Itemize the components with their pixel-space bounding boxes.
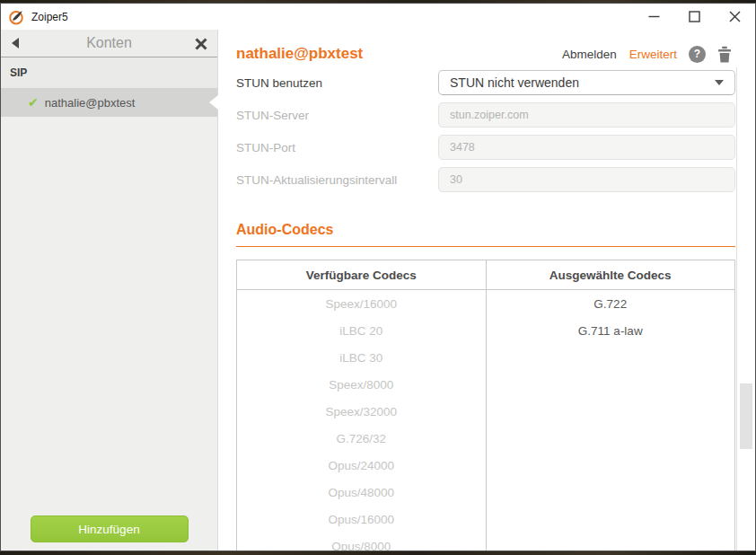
checkmark-icon: ✔ bbox=[28, 96, 39, 109]
sidebar-body bbox=[1, 117, 217, 551]
sidebar: Konten SIP ✔ nathalie@pbxtest Hinzufügen bbox=[1, 30, 218, 551]
audio-codecs-heading: Audio-Codecs bbox=[236, 221, 735, 239]
sidebar-header: Konten bbox=[1, 30, 217, 57]
stun-interval-input: 30 bbox=[438, 167, 735, 192]
codec-item[interactable]: Speex/32000 bbox=[237, 398, 486, 425]
codec-item[interactable]: Opus/24000 bbox=[237, 452, 486, 479]
page-title: nathalie@pbxtest bbox=[236, 45, 549, 63]
maximize-button[interactable] bbox=[674, 4, 715, 30]
codec-item[interactable]: G.711 a-law bbox=[487, 317, 735, 344]
available-codecs-header: Verfügbare Codecs bbox=[237, 260, 487, 289]
stun-server-input: stun.zoiper.com bbox=[438, 102, 735, 128]
codec-item[interactable]: G.722 bbox=[487, 290, 735, 317]
minimize-button[interactable] bbox=[634, 4, 674, 30]
zoiper-logo-icon bbox=[8, 9, 24, 25]
trash-icon bbox=[717, 46, 732, 63]
section-underline bbox=[236, 246, 735, 247]
help-button[interactable]: ? bbox=[689, 46, 706, 63]
audio-codecs-section: Audio-Codecs Verfügbare Codecs Ausgewähl… bbox=[236, 221, 735, 551]
minimize-icon bbox=[648, 11, 660, 22]
account-label: nathalie@pbxtest bbox=[45, 96, 136, 110]
content-header: nathalie@pbxtest Abmelden Erweitert ? bbox=[236, 40, 732, 67]
codec-item[interactable]: Opus/8000 bbox=[237, 533, 486, 551]
stun-mode-select[interactable]: STUN nicht verwenden bbox=[438, 70, 735, 95]
settings-pane: nathalie@pbxtest Abmelden Erweitert ? ST… bbox=[218, 30, 755, 551]
form-row: STUN benutzen STUN nicht verwenden bbox=[236, 70, 735, 95]
codec-item[interactable]: G.726/32 bbox=[237, 425, 486, 452]
available-codecs-list: Speex/16000 iLBC 20 iLBC 30 Speex/8000 S… bbox=[237, 290, 487, 551]
selected-codecs-list: G.722 G.711 a-law bbox=[487, 290, 735, 551]
codec-item[interactable]: Opus/48000 bbox=[237, 479, 486, 506]
form-row: STUN-Server stun.zoiper.com bbox=[236, 102, 735, 128]
stun-form: STUN benutzen STUN nicht verwenden STUN-… bbox=[236, 70, 735, 192]
codec-item[interactable]: iLBC 20 bbox=[237, 317, 486, 344]
selected-codecs-header: Ausgewählte Codecs bbox=[487, 260, 735, 289]
main-area: Konten SIP ✔ nathalie@pbxtest Hinzufügen… bbox=[1, 30, 755, 551]
codec-item[interactable]: iLBC 30 bbox=[237, 344, 486, 371]
codec-item[interactable]: Speex/16000 bbox=[237, 290, 486, 317]
stun-mode-label: STUN benutzen bbox=[236, 76, 438, 90]
stun-server-label: STUN-Server bbox=[236, 109, 438, 122]
stun-port-label: STUN-Port bbox=[236, 141, 438, 154]
codecs-table: Verfügbare Codecs Ausgewählte Codecs Spe… bbox=[236, 260, 735, 551]
selection-notch bbox=[209, 95, 218, 110]
scrollbar-thumb[interactable] bbox=[740, 383, 752, 449]
sidebar-title: Konten bbox=[1, 35, 217, 51]
advanced-link[interactable]: Erweitert bbox=[629, 48, 677, 61]
sidebar-close-icon bbox=[195, 38, 207, 50]
codecs-table-body: Speex/16000 iLBC 20 iLBC 30 Speex/8000 S… bbox=[237, 290, 734, 551]
codecs-table-header: Verfügbare Codecs Ausgewählte Codecs bbox=[237, 260, 734, 290]
delete-account-button[interactable] bbox=[717, 46, 732, 63]
stun-mode-value: STUN nicht verwenden bbox=[450, 75, 715, 90]
codec-item[interactable]: Opus/16000 bbox=[237, 506, 486, 533]
close-button[interactable] bbox=[715, 4, 755, 30]
codec-item[interactable]: Speex/8000 bbox=[237, 371, 486, 398]
window-title: Zoiper5 bbox=[31, 11, 68, 23]
titlebar: Zoiper5 bbox=[1, 4, 755, 30]
help-icon: ? bbox=[694, 48, 700, 60]
add-account-button[interactable]: Hinzufügen bbox=[31, 515, 189, 542]
chevron-down-icon bbox=[715, 80, 724, 85]
close-icon bbox=[729, 11, 741, 22]
account-list-item[interactable]: ✔ nathalie@pbxtest bbox=[1, 88, 217, 117]
sip-section-header: SIP bbox=[1, 57, 217, 88]
stun-port-input: 3478 bbox=[438, 135, 735, 160]
logout-link[interactable]: Abmelden bbox=[562, 48, 617, 61]
stun-interval-label: STUN-Aktualisierungsintervall bbox=[236, 173, 438, 187]
sidebar-close-button[interactable] bbox=[193, 36, 208, 51]
scrollbar-track-divider bbox=[736, 67, 737, 551]
maximize-icon bbox=[689, 11, 700, 22]
app-window: Zoiper5 Konten SIP ✔ nathalie@pbxtest bbox=[0, 3, 756, 551]
form-row: STUN-Port 3478 bbox=[236, 135, 735, 160]
form-row: STUN-Aktualisierungsintervall 30 bbox=[236, 167, 735, 192]
